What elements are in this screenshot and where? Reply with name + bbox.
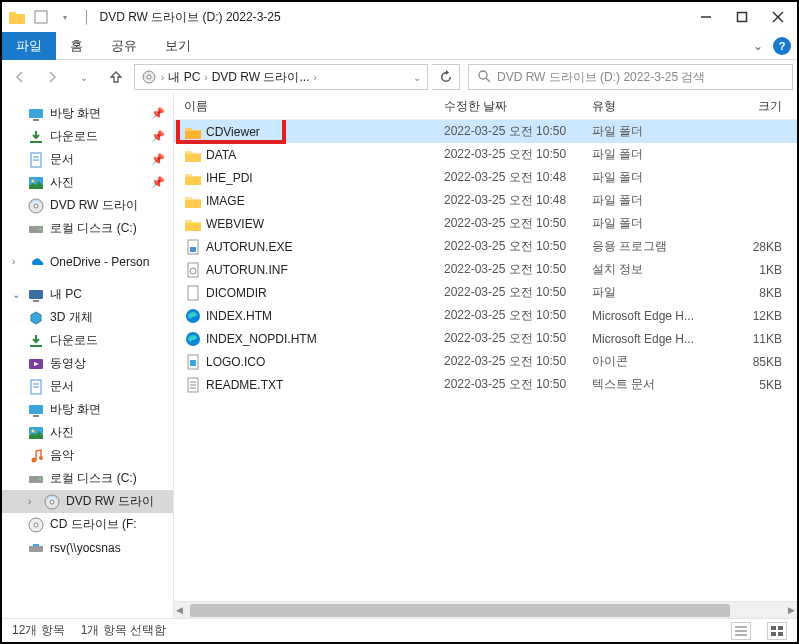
disk-icon — [28, 221, 44, 237]
minimize-button[interactable] — [699, 10, 713, 24]
sidebar-quick-item[interactable]: 다운로드📌 — [2, 125, 173, 148]
folder-icon — [184, 215, 202, 233]
file-row[interactable]: INDEX_NOPDI.HTM2022-03-25 오전 10:50Micros… — [174, 327, 797, 350]
file-type: 파일 폴더 — [592, 215, 722, 232]
sidebar-pc-item[interactable]: 3D 개체 — [2, 306, 173, 329]
file-row[interactable]: IMAGE2022-03-25 오전 10:48파일 폴더 — [174, 189, 797, 212]
sidebar-pc-item[interactable]: ›DVD RW 드라이 — [2, 490, 173, 513]
column-headers[interactable]: 이름 수정한 날짜 유형 크기 — [174, 94, 797, 120]
breadcrumb-drive[interactable]: DVD RW 드라이... — [212, 69, 310, 86]
sidebar-quick-item[interactable]: DVD RW 드라이 — [2, 194, 173, 217]
navigation-pane[interactable]: 바탕 화면📌다운로드📌문서📌사진📌DVD RW 드라이로컬 디스크 (C:)›O… — [2, 94, 174, 618]
forward-button[interactable] — [38, 63, 66, 91]
picture-icon — [28, 175, 44, 191]
qat-dropdown-icon[interactable]: ▾ — [56, 8, 74, 26]
address-dropdown-icon[interactable]: ⌄ — [413, 72, 421, 83]
navigation-bar: ⌄ › 내 PC › DVD RW 드라이... › ⌄ DVD RW 드라이브… — [2, 60, 797, 94]
chevron-down-icon[interactable]: ⌄ — [12, 289, 22, 300]
sidebar-pc-item[interactable]: 동영상 — [2, 352, 173, 375]
sidebar-pc-item[interactable]: CD 드라이브 (F: — [2, 513, 173, 536]
breadcrumb-pc[interactable]: 내 PC — [168, 69, 200, 86]
sidebar-item-label: 문서 — [50, 378, 74, 395]
sidebar-this-pc[interactable]: ⌄내 PC — [2, 283, 173, 306]
column-type[interactable]: 유형 — [592, 98, 722, 115]
video-icon — [28, 356, 44, 372]
help-button[interactable]: ? — [773, 37, 791, 55]
sidebar-onedrive[interactable]: ›OneDrive - Person — [2, 250, 173, 273]
svg-rect-60 — [778, 632, 783, 636]
column-name[interactable]: 이름 — [184, 98, 444, 115]
file-row[interactable]: DATA2022-03-25 오전 10:50파일 폴더 — [174, 143, 797, 166]
search-input[interactable]: DVD RW 드라이브 (D:) 2022-3-25 검색 — [468, 64, 793, 90]
inf-icon — [184, 261, 202, 279]
properties-icon[interactable] — [32, 8, 50, 26]
recent-dropdown-icon[interactable]: ⌄ — [70, 63, 98, 91]
sidebar-item-label: 3D 개체 — [50, 309, 93, 326]
folder-icon — [184, 169, 202, 187]
title-bar: ▾ │ DVD RW 드라이브 (D:) 2022-3-25 — [2, 2, 797, 32]
sidebar-quick-item[interactable]: 로컬 디스크 (C:) — [2, 217, 173, 240]
svg-point-39 — [34, 523, 38, 527]
horizontal-scrollbar[interactable]: ◀ ▶ — [174, 601, 797, 618]
sidebar-pc-item[interactable]: 문서 — [2, 375, 173, 398]
disk-icon — [28, 471, 44, 487]
file-row[interactable]: DICOMDIR2022-03-25 오전 10:50파일8KB — [174, 281, 797, 304]
maximize-button[interactable] — [735, 10, 749, 24]
chevron-right-icon[interactable]: › — [28, 496, 38, 507]
address-bar[interactable]: › 내 PC › DVD RW 드라이... › ⌄ — [134, 64, 428, 90]
refresh-button[interactable] — [432, 64, 460, 90]
file-name: AUTORUN.EXE — [206, 240, 444, 254]
file-row[interactable]: LOGO.ICO2022-03-25 오전 10:50아이콘85KB — [174, 350, 797, 373]
sidebar-quick-item[interactable]: 바탕 화면📌 — [2, 102, 173, 125]
sidebar-pc-item[interactable]: 사진 — [2, 421, 173, 444]
column-date[interactable]: 수정한 날짜 — [444, 98, 592, 115]
sidebar-quick-item[interactable]: 사진📌 — [2, 171, 173, 194]
file-size: 11KB — [722, 332, 782, 346]
scrollbar-thumb[interactable] — [190, 604, 730, 617]
thumbnails-view-button[interactable] — [767, 622, 787, 640]
sidebar-pc-item[interactable]: 로컬 디스크 (C:) — [2, 467, 173, 490]
sidebar-item-label: DVD RW 드라이 — [50, 197, 138, 214]
ribbon-collapse-icon[interactable]: ⌄ — [743, 39, 773, 53]
file-size: 85KB — [722, 355, 782, 369]
up-button[interactable] — [102, 63, 130, 91]
folder-icon — [184, 123, 202, 141]
sidebar-item-label: 사진 — [50, 174, 74, 191]
file-date: 2022-03-25 오전 10:50 — [444, 238, 592, 255]
file-row[interactable]: CDViewer2022-03-25 오전 10:50파일 폴더 — [174, 120, 797, 143]
sidebar-pc-item[interactable]: rsv(\\yocsnas — [2, 536, 173, 559]
svg-rect-11 — [30, 141, 42, 143]
file-row[interactable]: INDEX.HTM2022-03-25 오전 10:50Microsoft Ed… — [174, 304, 797, 327]
sidebar-pc-item[interactable]: 음악 — [2, 444, 173, 467]
file-type: 파일 폴더 — [592, 146, 722, 163]
back-button[interactable] — [6, 63, 34, 91]
sidebar-pc-item[interactable]: 다운로드 — [2, 329, 173, 352]
chevron-right-icon[interactable]: › — [204, 72, 207, 83]
file-list[interactable]: CDViewer2022-03-25 오전 10:50파일 폴더DATA2022… — [174, 120, 797, 601]
tab-home[interactable]: 홈 — [56, 32, 97, 60]
details-view-button[interactable] — [731, 622, 751, 640]
sidebar-item-label: 사진 — [50, 424, 74, 441]
file-row[interactable]: README.TXT2022-03-25 오전 10:50텍스트 문서5KB — [174, 373, 797, 396]
file-type: 파일 폴더 — [592, 169, 722, 186]
file-row[interactable]: WEBVIEW2022-03-25 오전 10:50파일 폴더 — [174, 212, 797, 235]
close-button[interactable] — [771, 10, 785, 24]
search-icon — [477, 69, 491, 86]
tab-file[interactable]: 파일 — [2, 32, 56, 60]
svg-point-20 — [39, 228, 41, 230]
file-row[interactable]: IHE_PDI2022-03-25 오전 10:48파일 폴더 — [174, 166, 797, 189]
file-row[interactable]: AUTORUN.EXE2022-03-25 오전 10:50응용 프로그램28K… — [174, 235, 797, 258]
chevron-right-icon[interactable]: › — [161, 72, 164, 83]
tab-share[interactable]: 공유 — [97, 32, 151, 60]
column-size[interactable]: 크기 — [722, 98, 782, 115]
sidebar-quick-item[interactable]: 문서📌 — [2, 148, 173, 171]
svg-point-35 — [39, 478, 41, 480]
chevron-right-icon[interactable]: › — [12, 256, 22, 267]
tab-view[interactable]: 보기 — [151, 32, 205, 60]
sidebar-pc-item[interactable]: 바탕 화면 — [2, 398, 173, 421]
file-date: 2022-03-25 오전 10:50 — [444, 284, 592, 301]
pc-icon — [28, 287, 44, 303]
svg-point-6 — [147, 75, 151, 79]
file-row[interactable]: AUTORUN.INF2022-03-25 오전 10:50설치 정보1KB — [174, 258, 797, 281]
chevron-right-icon[interactable]: › — [313, 72, 316, 83]
